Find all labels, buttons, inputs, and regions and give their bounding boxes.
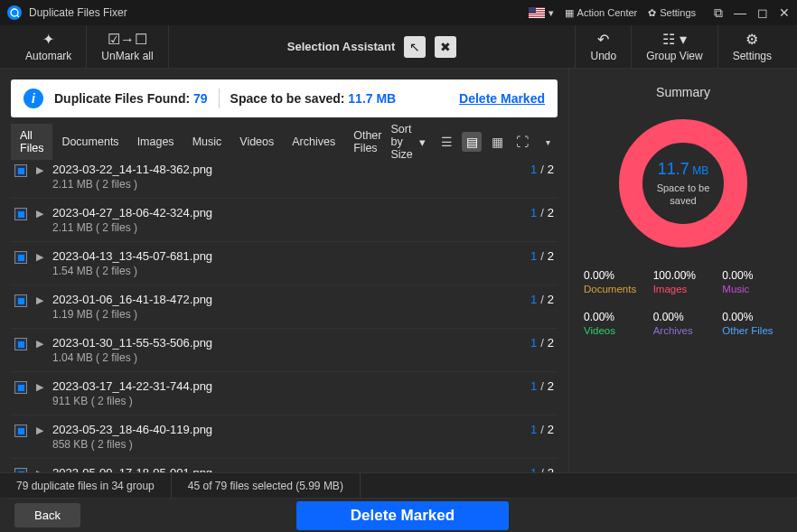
- grid-icon: ▦: [565, 7, 574, 19]
- list-view-button[interactable]: ☰: [436, 132, 456, 152]
- checkbox[interactable]: [14, 381, 27, 394]
- app-icon: [7, 5, 22, 20]
- checkbox[interactable]: [14, 425, 27, 437]
- expand-arrow-icon[interactable]: ▶: [36, 164, 43, 176]
- unmark-label: UnMark all: [101, 50, 153, 62]
- back-button[interactable]: Back: [14, 503, 80, 527]
- toolbar-settings-button[interactable]: ⚙ Settings: [718, 25, 786, 69]
- unmark-icon: ☑→☐: [108, 31, 147, 48]
- svg-rect-9: [529, 7, 536, 13]
- footer: Back Delete Marked: [0, 498, 797, 532]
- tab-documents[interactable]: Documents: [52, 130, 127, 154]
- donut-unit: MB: [692, 164, 708, 177]
- file-meta: 1.19 MB ( 2 files ): [52, 308, 521, 321]
- file-name: 2023-01-06_16-41-18-472.png: [52, 293, 521, 306]
- delete-marked-link[interactable]: Delete Marked: [459, 91, 545, 106]
- file-count: 1/2: [530, 206, 554, 219]
- chevron-down-icon: ▾: [549, 7, 554, 19]
- group-view-icon: ☷ ▾: [662, 31, 686, 48]
- minimize-button[interactable]: —: [734, 5, 746, 21]
- us-flag-icon: [529, 7, 545, 18]
- file-list[interactable]: ▶ 2023-03-22_14-11-48-362.png 2.11 MB ( …: [0, 155, 568, 472]
- stat-percent: 0.00%: [722, 311, 783, 323]
- checkbox[interactable]: [14, 164, 27, 177]
- stat-label: Images: [653, 284, 714, 294]
- found-label: Duplicate Files Found:: [54, 91, 190, 106]
- chevron-down-icon: ▾: [419, 135, 426, 149]
- expand-arrow-icon[interactable]: ▶: [36, 338, 43, 350]
- expand-arrow-icon[interactable]: ▶: [36, 208, 43, 219]
- close-button[interactable]: ✕: [779, 5, 790, 21]
- expand-arrow-icon[interactable]: ▶: [36, 294, 43, 306]
- expand-view-button[interactable]: ⛶: [512, 132, 532, 152]
- stat-label: Archives: [653, 325, 714, 336]
- tab-all-files[interactable]: All Files: [11, 124, 52, 160]
- lock-icon[interactable]: ⧉: [714, 5, 723, 21]
- more-view-button[interactable]: ▾: [538, 132, 558, 152]
- file-count: 1/2: [530, 336, 554, 350]
- settings-button[interactable]: ✿ Settings: [648, 7, 696, 19]
- tab-videos[interactable]: Videos: [230, 130, 283, 154]
- select-tool-1-button[interactable]: ↖: [404, 36, 426, 58]
- file-meta: 2.11 MB ( 2 files ): [52, 178, 521, 191]
- tab-images[interactable]: Images: [128, 130, 183, 154]
- donut-subtitle: Space to be saved: [650, 182, 717, 208]
- tab-archives[interactable]: Archives: [283, 130, 344, 154]
- stat-label: Documents: [584, 284, 644, 294]
- group-view-label: Group View: [646, 50, 702, 62]
- file-row[interactable]: ▶ 2023-01-30_11-55-53-506.png 1.04 MB ( …: [11, 329, 558, 372]
- file-name: 2023-05-09_17-18-05-001.png: [52, 466, 521, 472]
- file-name: 2023-03-22_14-11-48-362.png: [52, 163, 521, 176]
- file-row[interactable]: ▶ 2023-03-22_14-11-48-362.png 2.11 MB ( …: [11, 155, 558, 199]
- file-count: 1/2: [530, 466, 554, 472]
- tab-music[interactable]: Music: [183, 130, 231, 154]
- status-empty: [361, 473, 797, 498]
- file-row[interactable]: ▶ 2023-04-13_13-45-07-681.png 1.54 MB ( …: [11, 242, 558, 285]
- file-count: 1/2: [530, 379, 554, 393]
- stat-item: 0.00% Other Files: [722, 311, 783, 336]
- statusbar: 79 duplicate files in 34 group 45 of 79 …: [0, 472, 797, 498]
- automark-button[interactable]: ✦ Automark: [11, 25, 87, 69]
- file-row[interactable]: ▶ 2023-05-09_17-18-05-001.png 464 KB ( 2…: [11, 459, 558, 472]
- toolbar: ✦ Automark ☑→☐ UnMark all Selection Assi…: [0, 25, 797, 69]
- svg-line-1: [17, 15, 19, 17]
- stats-grid: 0.00% Documents 100.00% Images 0.00% Mus…: [584, 269, 783, 336]
- expand-arrow-icon[interactable]: ▶: [36, 468, 43, 472]
- file-row[interactable]: ▶ 2023-01-06_16-41-18-472.png 1.19 MB ( …: [11, 285, 558, 329]
- checkbox[interactable]: [14, 294, 27, 307]
- left-pane: i Duplicate Files Found: 79 Space to be …: [0, 69, 569, 472]
- action-center-label: Action Center: [577, 7, 638, 18]
- space-value: 11.7 MB: [348, 91, 396, 106]
- unmark-all-button[interactable]: ☑→☐ UnMark all: [87, 25, 168, 69]
- undo-button[interactable]: ↶ Undo: [576, 25, 632, 69]
- expand-arrow-icon[interactable]: ▶: [36, 251, 43, 263]
- stat-item: 100.00% Images: [653, 269, 714, 294]
- file-row[interactable]: ▶ 2023-05-23_18-46-40-119.png 858 KB ( 2…: [11, 415, 558, 459]
- stat-percent: 0.00%: [722, 269, 783, 282]
- settings-label: Settings: [660, 7, 696, 18]
- stat-item: 0.00% Videos: [584, 311, 644, 336]
- checkbox[interactable]: [14, 468, 27, 472]
- delete-marked-button[interactable]: Delete Marked: [296, 501, 509, 530]
- checkbox[interactable]: [14, 251, 27, 264]
- info-strip: i Duplicate Files Found: 79 Space to be …: [11, 79, 558, 117]
- compact-view-button[interactable]: ▤: [462, 132, 482, 152]
- group-view-button[interactable]: ☷ ▾ Group View: [632, 25, 717, 69]
- stat-label: Videos: [584, 325, 644, 336]
- stat-percent: 0.00%: [653, 311, 714, 323]
- checkbox[interactable]: [14, 338, 27, 350]
- expand-arrow-icon[interactable]: ▶: [36, 381, 43, 393]
- file-row[interactable]: ▶ 2023-04-27_18-06-42-324.png 2.11 MB ( …: [11, 199, 558, 242]
- file-name: 2023-01-30_11-55-53-506.png: [52, 336, 521, 350]
- tab-other-files[interactable]: Other Files: [344, 124, 390, 160]
- flag-menu[interactable]: ▾: [529, 7, 554, 19]
- expand-arrow-icon[interactable]: ▶: [36, 425, 43, 436]
- wand-icon: ✦: [42, 31, 54, 48]
- gear-icon: ⚙: [745, 31, 758, 48]
- maximize-button[interactable]: ◻: [757, 5, 768, 21]
- action-center-button[interactable]: ▦ Action Center: [565, 7, 638, 19]
- checkbox[interactable]: [14, 208, 27, 220]
- grid-view-button[interactable]: ▦: [487, 132, 507, 152]
- file-row[interactable]: ▶ 2023-03-17_14-22-31-744.png 911 KB ( 2…: [11, 372, 558, 415]
- select-tool-2-button[interactable]: ✖: [435, 36, 456, 58]
